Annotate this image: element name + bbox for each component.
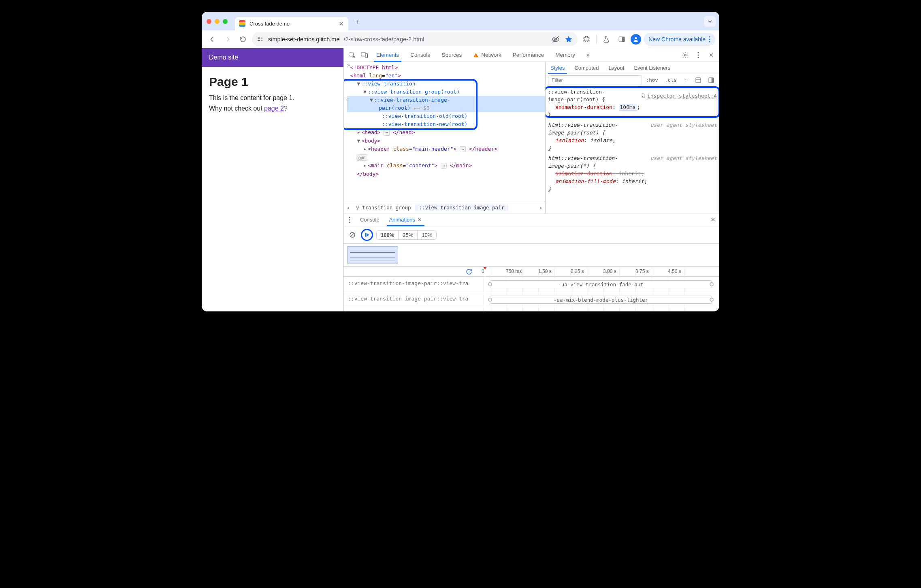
eye-off-icon[interactable] bbox=[552, 35, 560, 43]
new-tab-button[interactable]: ＋ bbox=[352, 16, 363, 28]
computed-styles-icon[interactable] bbox=[693, 75, 704, 85]
rule-source-link[interactable]: inspector-stylesheet:4 bbox=[641, 88, 717, 103]
settings-icon[interactable] bbox=[680, 49, 691, 61]
dom-node[interactable]: ::view-transition-new(root) bbox=[347, 120, 545, 128]
browser-tab[interactable]: Cross fade demo ✕ bbox=[235, 17, 348, 30]
svg-point-3 bbox=[261, 40, 262, 41]
dom-node[interactable]: ▼::view-transition bbox=[347, 80, 545, 88]
breadcrumb-item[interactable]: v-transition-group bbox=[352, 205, 415, 211]
profile-avatar[interactable] bbox=[631, 34, 641, 45]
tab-performance[interactable]: Performance bbox=[507, 48, 550, 62]
playhead[interactable] bbox=[485, 267, 485, 311]
extensions-button[interactable] bbox=[580, 33, 593, 46]
labs-button[interactable] bbox=[600, 33, 613, 46]
style-rule-ua[interactable]: html::view-transition-image-pair(*) { us… bbox=[548, 154, 717, 193]
reload-button[interactable] bbox=[237, 33, 249, 46]
stab-styles[interactable]: Styles bbox=[546, 62, 569, 74]
play-pause-button[interactable] bbox=[361, 229, 373, 241]
back-button[interactable] bbox=[206, 33, 219, 46]
animation-row[interactable]: ::view-transition-image-pair::view-tra -… bbox=[344, 277, 716, 292]
tab-overflow-button[interactable] bbox=[704, 16, 716, 27]
tab-strip: Cross fade demo ✕ ＋ bbox=[202, 12, 719, 30]
side-panel-button[interactable] bbox=[615, 33, 628, 46]
speed-10[interactable]: 10% bbox=[417, 231, 436, 239]
breadcrumb-left[interactable]: ◂ bbox=[344, 205, 352, 211]
stab-events[interactable]: Event Listeners bbox=[629, 62, 675, 74]
drawer-menu-icon[interactable] bbox=[344, 213, 355, 226]
tab-sources[interactable]: Sources bbox=[436, 48, 468, 62]
dom-node[interactable]: ▸<header class="main-header"> ⋯ </header… bbox=[347, 145, 545, 153]
tabs-overflow[interactable]: » bbox=[581, 48, 595, 62]
style-rule-ua[interactable]: html::view-transition-image-pair(root) {… bbox=[548, 121, 717, 152]
address-bar[interactable]: simple-set-demos.glitch.me/2-slow-cross-… bbox=[252, 32, 578, 46]
animation-keyframe[interactable] bbox=[710, 282, 714, 286]
kebab-icon bbox=[709, 36, 710, 43]
tab-elements[interactable]: Elements bbox=[371, 48, 405, 62]
minimize-window-icon[interactable] bbox=[215, 19, 220, 24]
more-icon[interactable] bbox=[693, 49, 704, 61]
zoom-window-icon[interactable] bbox=[223, 19, 228, 24]
tab-network[interactable]: Network bbox=[467, 48, 507, 62]
animation-group-thumb[interactable] bbox=[347, 246, 398, 264]
hov-toggle[interactable]: :hov bbox=[644, 75, 661, 85]
animation-row[interactable]: ::view-transition-image-pair::view-tra -… bbox=[344, 292, 716, 307]
dom-node[interactable]: grid bbox=[347, 153, 545, 162]
dom-tree[interactable]: <!DOCTYPE html> <html lang="en"> ▼::view… bbox=[344, 62, 545, 202]
speed-25[interactable]: 25% bbox=[398, 231, 417, 239]
tab-close-icon[interactable]: ✕ bbox=[338, 21, 344, 27]
new-rule-button[interactable]: ＋ bbox=[681, 75, 691, 85]
tab-console[interactable]: Console bbox=[405, 48, 436, 62]
animation-bar[interactable]: -ua-mix-blend-mode-plus-lighter bbox=[490, 296, 712, 304]
dom-node[interactable]: ▼::view-transition-group(root) bbox=[347, 88, 545, 96]
replay-icon[interactable] bbox=[465, 268, 473, 276]
page-p1: This is the content for page 1. bbox=[209, 94, 336, 102]
drawer-tab-console[interactable]: Console bbox=[355, 213, 384, 226]
value-editing[interactable]: 100ms bbox=[619, 104, 637, 111]
animation-keyframe[interactable] bbox=[488, 298, 492, 302]
animation-bar[interactable]: -ua-view-transition-fade-out bbox=[490, 280, 712, 288]
dom-node-selected[interactable]: pair(root) == $0 bbox=[347, 104, 545, 112]
dom-node[interactable]: ▸<head> ⋯ </head> bbox=[347, 128, 545, 137]
inspect-tool-icon[interactable] bbox=[346, 48, 358, 62]
dom-node-selected[interactable]: ⋯ ▼::view-transition-image- bbox=[347, 96, 545, 104]
dom-node[interactable]: </body> bbox=[347, 170, 545, 178]
tab-memory[interactable]: Memory bbox=[550, 48, 581, 62]
animations-timeline[interactable]: 0 750 ms 1.50 s 2.25 s 3.00 s 3.75 s 4.5… bbox=[344, 267, 719, 311]
page-link[interactable]: page 2 bbox=[264, 105, 284, 112]
dom-node[interactable]: <html lang="en"> bbox=[347, 72, 545, 80]
animation-groups bbox=[344, 244, 719, 267]
device-toolbar-icon[interactable] bbox=[358, 48, 371, 62]
animation-keyframe[interactable] bbox=[488, 282, 492, 286]
style-rules[interactable]: ::view-transition-image-pair(root) { ins… bbox=[546, 86, 719, 213]
bookmark-star-icon[interactable] bbox=[565, 35, 573, 43]
cls-toggle[interactable]: .cls bbox=[662, 75, 679, 85]
breadcrumb-right[interactable]: ▸ bbox=[537, 205, 545, 211]
stab-computed[interactable]: Computed bbox=[569, 62, 603, 74]
ruler-tick: 0 bbox=[482, 268, 484, 274]
dom-node[interactable]: ::view-transition-old(root) bbox=[347, 112, 545, 120]
close-devtools-icon[interactable]: ✕ bbox=[706, 49, 717, 61]
devtools: Elements Console Sources Network Perform… bbox=[343, 48, 719, 311]
grid-badge[interactable]: grid bbox=[356, 154, 368, 161]
close-window-icon[interactable] bbox=[207, 19, 211, 24]
styles-filter-input[interactable] bbox=[548, 75, 642, 85]
drawer-tab-animations[interactable]: Animations ✕ bbox=[384, 213, 427, 226]
dom-node[interactable]: <!DOCTYPE html> bbox=[347, 64, 545, 72]
stab-layout[interactable]: Layout bbox=[603, 62, 629, 74]
warning-icon bbox=[473, 52, 479, 58]
chrome-update-button[interactable]: New Chrome available bbox=[644, 33, 715, 46]
dom-node[interactable]: ▼<body> bbox=[347, 137, 545, 145]
style-rule[interactable]: ::view-transition-image-pair(root) { ins… bbox=[548, 88, 717, 119]
site-settings-icon[interactable] bbox=[257, 36, 264, 43]
breadcrumb-item-active[interactable]: ::view-transition-image-pair bbox=[415, 205, 508, 211]
animation-keyframe[interactable] bbox=[710, 298, 714, 302]
page-p2-suffix: ? bbox=[284, 105, 288, 112]
drawer-close-icon[interactable]: ✕ bbox=[706, 213, 719, 226]
forward-button[interactable] bbox=[221, 33, 234, 46]
rendering-icon[interactable] bbox=[706, 75, 717, 85]
dom-node[interactable]: ▸<main class="content"> ⋯ </main> bbox=[347, 162, 545, 170]
drawer-tab-close-icon[interactable]: ✕ bbox=[418, 217, 422, 223]
clear-icon[interactable] bbox=[347, 230, 358, 240]
speed-100[interactable]: 100% bbox=[377, 231, 398, 239]
svg-point-10 bbox=[709, 41, 710, 42]
